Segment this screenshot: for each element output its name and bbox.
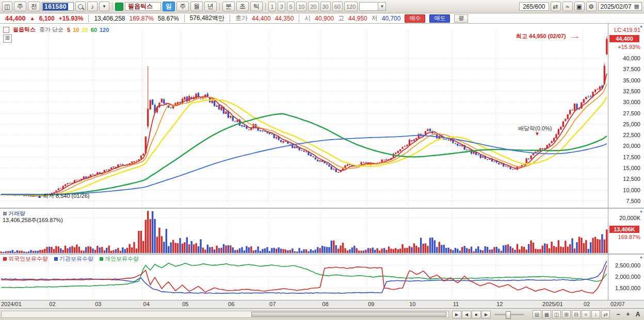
search-icon[interactable] [75,2,86,11]
annotation-low: ▲최저 8,540 (01/26) [37,192,89,200]
compare-icon[interactable]: ⇄ [551,2,561,11]
holdings-panel: 외국인보유수량기관보유수량개인보유수량 [0,255,644,300]
period-day-button[interactable]: 일 [163,2,175,11]
auto-scale-button[interactable]: A [634,310,642,318]
interval-60-button[interactable]: 60 [332,2,343,11]
price-axis-label: 10,000 [623,187,640,193]
interval-1-button[interactable]: 1 [268,2,276,11]
holdings-axis-label: 1,500,000 [615,285,640,291]
buy-button[interactable]: 매수 [405,14,425,23]
volume-panel: 거래량 13,406,258주(169.87%) [0,209,644,254]
scroll-right-button[interactable]: ▶ [481,311,491,318]
draw-tools-icon[interactable]: ≈ [562,2,573,11]
holdings-legend-text: 기관보유수량 [59,255,93,263]
zoom-slider[interactable] [494,314,524,315]
volume-axis-label: 20,000K [619,215,640,221]
period-minute-button[interactable]: 분 [222,2,235,11]
holdings-axis-label: 2,000,000 [615,274,640,280]
holdings-legend-item: 기관보유수량 [54,255,93,263]
period-month-button[interactable]: 월 [190,2,203,11]
interval-5-button[interactable]: 5 [287,2,295,11]
period-week-button[interactable]: 주 [176,2,189,11]
time-axis-label: 05 [182,301,188,307]
calendar-icon[interactable]: ▦ [634,3,639,10]
volume-value: 13,406,258 [94,15,125,22]
indicator-icon[interactable]: ≈ [582,310,590,318]
time-axis-label: 02 [584,301,590,307]
zoom-in-button[interactable]: + [624,310,632,318]
chevron-down-icon[interactable]: ▼ [99,2,109,11]
price-axis-label: 15,000 [623,165,640,171]
remove-panel-icon[interactable]: ⊟ [572,310,581,318]
stop-button[interactable]: ■ [472,311,481,318]
week-shortcut-button[interactable]: 주 [14,2,26,11]
chart-scrollbar[interactable] [1,311,449,318]
add-panel-icon[interactable]: ⊞ [562,310,571,318]
interval-10-button[interactable]: 10 [296,2,307,11]
sell-button[interactable]: 매도 [429,14,450,23]
holdings-axis-label: 2,500,000 [615,262,640,268]
chart-logo-icon [3,27,9,33]
bottom-bar: ▶◀■▶ ▤▦◫⊞⊟≈↕⇄ − + A [0,308,644,320]
price-axis-label: 27,500 [623,110,640,116]
compare-chart-icon[interactable]: ⇄ [601,310,610,318]
interval-120-button[interactable]: 120 [344,2,358,11]
bar-count-display[interactable]: 265/600 [519,2,549,11]
stock-code-input[interactable]: 161580 [42,2,74,11]
date-picker[interactable]: 2025/02/07 ▦ [598,2,642,11]
holdings-legend-text: 개인보유수량 [105,255,139,263]
price-change: 6,100 [39,15,55,22]
ma-legend-values: 5102060120 [67,27,111,33]
volume-pct-label: 169.87% [618,234,640,240]
wave-glyph: ≈ [566,3,569,10]
volume-axis: ▲ 20,000K13,406K169.87% [608,209,644,254]
panel-collapse-arrow[interactable]: ▲ [639,209,643,213]
trade-amount: 576,482백만 [190,14,224,23]
sound-glyph: ♪ [91,3,94,10]
time-axis-label: 09 [368,301,374,307]
ask-price: 44,400 [252,15,271,22]
split-view-icon[interactable]: ◫ [552,310,561,318]
legend-swatch-icon [100,257,103,261]
high-label: 고 [338,14,344,23]
scrollbar-handle[interactable] [251,312,446,317]
zoom-slider-knob[interactable] [506,311,511,319]
chart-menu-icon[interactable]: ◫ [2,2,12,11]
grid-icon[interactable]: ▦ [542,310,551,318]
interval-30-button[interactable]: 30 [320,2,331,11]
separator [299,14,299,22]
compare-glyph: ⇄ [553,3,558,10]
save-icon[interactable]: ▣ [574,2,585,11]
holdings-legend: 외국인보유수량기관보유수량개인보유수량 [3,255,139,263]
interval-20-button[interactable]: 20 [308,2,318,11]
price-axis-label: 22,500 [623,132,640,138]
price-axis-label: 17,500 [623,154,640,160]
autoplay-button[interactable]: ▶ [452,311,461,318]
time-axis-label: 12 [496,301,503,307]
zoom-controls: − + A [614,310,642,318]
settings-gear-icon[interactable]: ⚙ [586,2,597,11]
sound-alert-icon[interactable]: ♪ [87,2,98,11]
period-second-button[interactable]: 초 [236,2,249,11]
interval-3-button[interactable]: 3 [278,2,285,11]
period-year-button[interactable]: 년 [204,2,217,11]
price-change-pct: +15.93% [59,15,84,22]
avg-button[interactable]: 평 [454,14,468,23]
stock-name-display: 필옵틱스 [125,2,161,11]
open-price: 40,900 [315,15,334,22]
time-axis-label: 10 [409,301,415,307]
chart-style-icon[interactable]: ▤ [533,310,541,318]
scroll-left-button[interactable]: ◀ [462,311,471,318]
separator [265,3,266,10]
price-chart[interactable] [0,24,608,209]
interval-select[interactable]: ▼ [359,2,386,11]
panel-collapse-arrow[interactable]: ▲ [639,255,643,259]
time-axis-label: 2024/01 [1,301,22,307]
data-grid-icon[interactable]: ⊞ [3,35,12,43]
prev-stock-button[interactable]: 전 [28,2,40,11]
period-tick-button[interactable]: 틱 [250,2,263,11]
zoom-out-button[interactable]: − [614,310,622,318]
chart-legend: 필옵틱스 종가 단순 5102060120 [3,26,111,33]
volume-chart[interactable] [0,209,608,255]
expand-vertical-icon[interactable]: ↕ [591,310,600,318]
